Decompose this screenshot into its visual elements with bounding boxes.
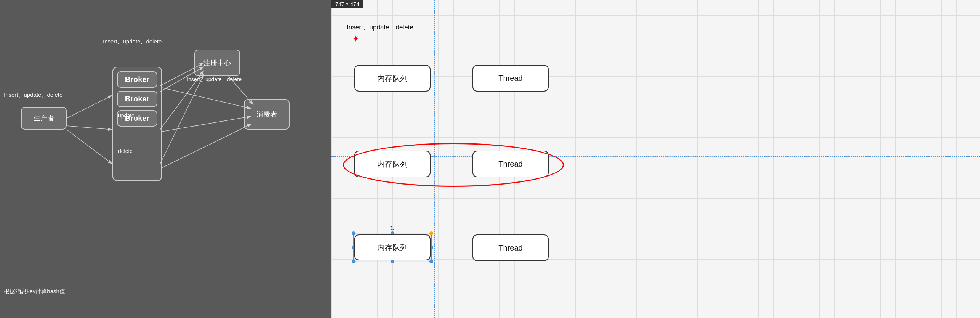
broker-2: Broker: [117, 91, 157, 107]
thread-node-1[interactable]: Thread: [472, 65, 549, 92]
rotate-handle[interactable]: ↻: [390, 225, 395, 232]
producer-node: 生产者: [21, 107, 67, 130]
queue-node-2[interactable]: 内存队列: [354, 151, 431, 177]
left-text-iud-3: Insert、update、delete: [187, 76, 242, 83]
right-canvas-panel[interactable]: 747 × 474 Insert、update、delete ✦ 内存队列 Th…: [331, 0, 980, 318]
svg-line-1: [67, 95, 112, 118]
consumer-node: 消费者: [244, 99, 290, 130]
left-arrows-svg: [0, 0, 331, 318]
handle-br[interactable]: [429, 260, 433, 263]
red-cross-marker: ✦: [352, 34, 359, 43]
queue-node-1[interactable]: 内存队列: [354, 65, 431, 92]
thread-node-2[interactable]: Thread: [472, 151, 549, 177]
svg-line-7: [160, 74, 204, 164]
handle-tl[interactable]: [352, 231, 355, 235]
vertical-guide: [663, 0, 663, 318]
svg-line-10: [162, 124, 251, 168]
thread-node-3[interactable]: Thread: [472, 234, 549, 261]
dimension-label: 747 × 474: [331, 0, 363, 8]
handle-tr[interactable]: [429, 231, 433, 235]
right-text-iud: Insert、update、delete: [347, 23, 413, 32]
handle-bl[interactable]: [352, 260, 355, 263]
vertical-guide-2: [434, 0, 435, 318]
broker-3: Broker: [117, 110, 157, 127]
broker-1: Broker: [117, 71, 157, 88]
left-text-iud-2: Insert、update、delete: [4, 92, 62, 99]
svg-line-9: [162, 116, 251, 132]
left-text-iud-1: Insert、update、delete: [103, 38, 162, 45]
broker-group: Broker Broker Broker: [112, 67, 162, 181]
svg-line-3: [67, 130, 112, 164]
svg-line-2: [67, 126, 112, 130]
svg-line-8: [162, 88, 251, 109]
left-diagram-panel: Insert、update、delete Insert、update、delet…: [0, 0, 331, 318]
registry-node: 注册中心: [194, 50, 240, 76]
queue-node-3[interactable]: 内存队列: [354, 234, 431, 260]
left-text-hash: 根据消息key计算hash值: [4, 288, 65, 295]
